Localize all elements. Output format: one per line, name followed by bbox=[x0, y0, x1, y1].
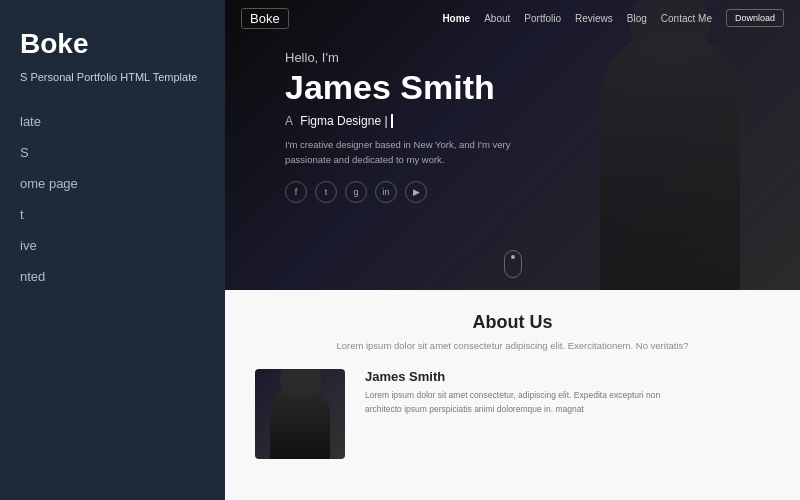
social-linkedin-icon[interactable]: in bbox=[375, 181, 397, 203]
nav-link-about[interactable]: About bbox=[484, 13, 510, 24]
about-person-name: James Smith bbox=[365, 369, 685, 384]
nav-link-contact[interactable]: Contact Me bbox=[661, 13, 712, 24]
hero-greeting: Hello, I'm bbox=[285, 50, 535, 65]
top-nav: Boke Home About Portfolio Reviews Blog C… bbox=[225, 0, 800, 36]
social-twitter-icon[interactable]: t bbox=[315, 181, 337, 203]
sidebar-item-responsive[interactable]: ive bbox=[20, 233, 205, 258]
hero-role-typed: Figma Designe | bbox=[300, 114, 392, 128]
right-panel: Boke Home About Portfolio Reviews Blog C… bbox=[225, 0, 800, 500]
nav-link-portfolio[interactable]: Portfolio bbox=[524, 13, 561, 24]
download-button[interactable]: Download bbox=[726, 9, 784, 27]
about-subtitle: Lorem ipsum dolor sit amet consectetur a… bbox=[255, 339, 770, 353]
hero-role-prefix: A bbox=[285, 114, 293, 128]
sidebar-item-features[interactable]: S bbox=[20, 140, 205, 165]
about-section: About Us Lorem ipsum dolor sit amet cons… bbox=[225, 290, 800, 500]
left-panel: Boke S Personal Portfolio HTML Template … bbox=[0, 0, 225, 500]
hero-section: Boke Home About Portfolio Reviews Blog C… bbox=[225, 0, 800, 290]
brand-title: Boke bbox=[20, 28, 205, 60]
nav-link-home[interactable]: Home bbox=[442, 13, 470, 24]
brand-subtitle: S Personal Portfolio HTML Template bbox=[20, 70, 205, 85]
social-icons: f t g in ▶ bbox=[285, 181, 535, 203]
scroll-dot bbox=[511, 255, 515, 259]
about-body: James Smith Lorem ipsum dolor sit amet c… bbox=[255, 369, 770, 459]
social-youtube-icon[interactable]: ▶ bbox=[405, 181, 427, 203]
sidebar-item-template[interactable]: late bbox=[20, 109, 205, 134]
nav-link-reviews[interactable]: Reviews bbox=[575, 13, 613, 24]
hero-name: James Smith bbox=[285, 69, 535, 106]
social-google-icon[interactable]: g bbox=[345, 181, 367, 203]
scroll-indicator bbox=[504, 250, 522, 278]
about-person-desc: Lorem ipsum dolor sit amet consectetur, … bbox=[365, 389, 685, 416]
sidebar-item-homepage[interactable]: ome page bbox=[20, 171, 205, 196]
hero-description: I'm creative designer based in New York,… bbox=[285, 138, 535, 167]
about-photo bbox=[255, 369, 345, 459]
nav-links: Home About Portfolio Reviews Blog Contac… bbox=[442, 13, 712, 24]
about-title: About Us bbox=[255, 312, 770, 333]
sidebar-item-oriented[interactable]: nted bbox=[20, 264, 205, 289]
hero-person-silhouette bbox=[600, 30, 740, 290]
hero-content: Hello, I'm James Smith A Figma Designe |… bbox=[285, 50, 535, 203]
nav-link-blog[interactable]: Blog bbox=[627, 13, 647, 24]
about-text: James Smith Lorem ipsum dolor sit amet c… bbox=[365, 369, 685, 459]
social-facebook-icon[interactable]: f bbox=[285, 181, 307, 203]
hero-role: A Figma Designe | bbox=[285, 114, 535, 128]
sidebar-item-about[interactable]: t bbox=[20, 202, 205, 227]
nav-logo[interactable]: Boke bbox=[241, 8, 289, 29]
